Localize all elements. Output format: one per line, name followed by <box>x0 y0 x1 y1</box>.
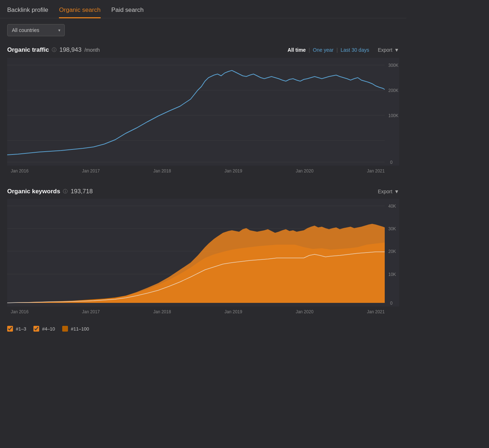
organic-traffic-section: Organic traffic ⓘ 198,943 /month All tim… <box>0 42 406 181</box>
svg-text:10K: 10K <box>388 272 396 277</box>
legend-label-4-10: #4–10 <box>42 326 55 332</box>
svg-text:40K: 40K <box>388 204 396 209</box>
keywords-section-header: Organic keywords ⓘ 193,718 Export ▼ <box>7 184 399 195</box>
legend-item-1-3: #1–3 <box>7 326 26 332</box>
traffic-export-button[interactable]: Export ▼ <box>378 47 399 53</box>
x-label-2: Jan 2018 <box>153 168 171 174</box>
time-btn-alltime[interactable]: All time <box>285 46 309 54</box>
tabs-container: Backlink profile Organic search Paid sea… <box>0 0 406 18</box>
legend-checkbox-1-3[interactable] <box>7 326 13 332</box>
traffic-section-header: Organic traffic ⓘ 198,943 /month All tim… <box>7 42 399 54</box>
traffic-export-chevron: ▼ <box>394 47 399 53</box>
svg-rect-0 <box>7 58 399 166</box>
tab-organic[interactable]: Organic search <box>59 6 100 18</box>
x-label-1: Jan 2017 <box>82 168 100 174</box>
legend-label-11-100: #11–100 <box>71 326 89 332</box>
traffic-export-label: Export <box>378 47 392 53</box>
traffic-value: 198,943 <box>59 46 81 54</box>
tab-backlink[interactable]: Backlink profile <box>7 6 48 18</box>
x-label-4: Jan 2020 <box>296 168 313 174</box>
svg-text:30K: 30K <box>388 226 396 231</box>
traffic-unit: /month <box>84 47 100 53</box>
kw-x-label-1: Jan 2017 <box>82 309 100 314</box>
svg-text:200K: 200K <box>388 88 398 93</box>
legend-checkbox-4-10[interactable] <box>33 326 39 332</box>
kw-x-label-5: Jan 2021 <box>367 309 385 314</box>
kw-x-label-2: Jan 2018 <box>153 309 171 314</box>
svg-text:0: 0 <box>390 301 393 306</box>
x-label-3: Jan 2019 <box>224 168 242 174</box>
kw-x-label-3: Jan 2019 <box>224 309 242 314</box>
keywords-controls: Export ▼ <box>378 189 399 194</box>
kw-x-label-4: Jan 2020 <box>296 309 313 314</box>
traffic-title: Organic traffic <box>7 46 49 54</box>
keywords-chart: 40K 30K 20K 10K 0 <box>7 199 399 306</box>
organic-keywords-section: Organic keywords ⓘ 193,718 Export ▼ 40K … <box>0 184 406 322</box>
svg-text:100K: 100K <box>388 113 398 118</box>
time-btn-30days[interactable]: Last 30 days <box>338 46 372 54</box>
x-label-0: Jan 2016 <box>11 168 28 174</box>
traffic-title-group: Organic traffic ⓘ 198,943 /month <box>7 46 100 54</box>
legend-label-1-3: #1–3 <box>16 326 26 332</box>
traffic-controls: All time | One year | Last 30 days Expor… <box>285 46 399 54</box>
legend-swatch-11-100 <box>62 326 68 332</box>
traffic-info-icon[interactable]: ⓘ <box>52 47 56 53</box>
time-filter: All time | One year | Last 30 days <box>285 46 372 54</box>
keywords-title-group: Organic keywords ⓘ 193,718 <box>7 188 93 195</box>
legend-item-4-10: #4–10 <box>33 326 55 332</box>
legend-item-11-100: #11–100 <box>62 326 89 332</box>
time-btn-oneyear[interactable]: One year <box>310 46 337 54</box>
traffic-x-axis: Jan 2016 Jan 2017 Jan 2018 Jan 2019 Jan … <box>7 167 399 174</box>
keywords-info-icon[interactable]: ⓘ <box>63 188 68 195</box>
kw-x-label-0: Jan 2016 <box>11 309 28 314</box>
svg-text:300K: 300K <box>388 63 398 68</box>
country-select-wrapper: All countries United States United Kingd… <box>7 24 65 36</box>
keywords-value: 193,718 <box>70 188 92 195</box>
keywords-export-chevron: ▼ <box>394 189 399 194</box>
country-select[interactable]: All countries United States United Kingd… <box>7 24 65 36</box>
svg-text:20K: 20K <box>388 249 396 254</box>
keywords-legend: #1–3 #4–10 #11–100 <box>0 322 406 336</box>
keywords-title: Organic keywords <box>7 188 60 195</box>
filter-row: All countries United States United Kingd… <box>0 18 406 42</box>
x-label-5: Jan 2021 <box>367 168 385 174</box>
svg-text:0: 0 <box>390 160 393 165</box>
keywords-export-label: Export <box>378 189 392 194</box>
keywords-export-button[interactable]: Export ▼ <box>378 189 399 194</box>
tab-paid[interactable]: Paid search <box>111 6 144 18</box>
keywords-x-axis: Jan 2016 Jan 2017 Jan 2018 Jan 2019 Jan … <box>7 308 399 314</box>
traffic-chart: 300K 200K 100K 0 <box>7 58 399 166</box>
